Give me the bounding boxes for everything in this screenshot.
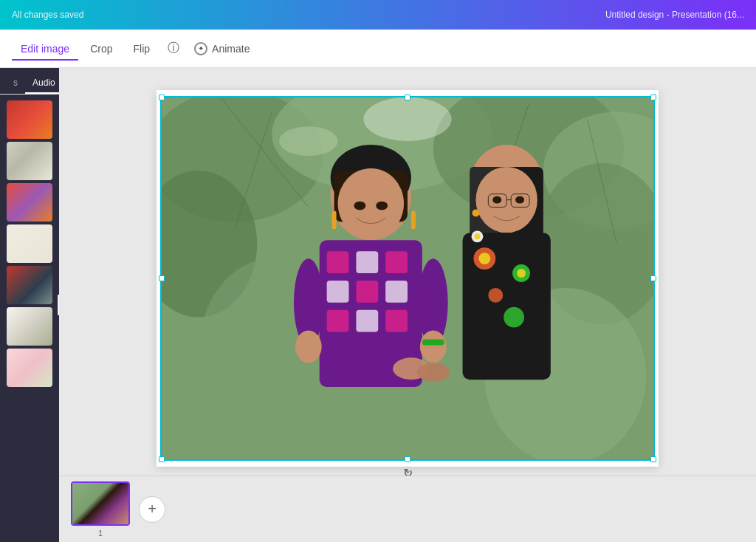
svg-rect-21 — [332, 211, 337, 230]
sidebar-collapse-button[interactable]: ‹ — [58, 295, 59, 315]
info-icon[interactable]: ⓘ — [162, 37, 185, 61]
sidebar-thumb-6[interactable] — [7, 307, 52, 346]
handle-top-right[interactable] — [650, 95, 656, 100]
svg-point-45 — [492, 196, 501, 204]
svg-point-36 — [420, 331, 447, 363]
canvas-area: ↻ ˅ — [59, 68, 756, 476]
svg-point-13 — [363, 97, 451, 141]
image-svg — [162, 97, 653, 459]
animate-icon: ✦ — [194, 42, 207, 55]
tab-animate[interactable]: ✦ Animate — [188, 38, 255, 60]
svg-rect-37 — [422, 340, 444, 346]
sidebar-thumb-3[interactable] — [7, 183, 52, 222]
handle-bottom-right[interactable] — [650, 456, 656, 462]
svg-point-20 — [376, 202, 388, 210]
tab-flip[interactable]: Flip — [125, 38, 159, 61]
add-slide-button[interactable]: + — [139, 496, 165, 523]
image-content — [162, 97, 653, 459]
sidebar-thumb-1[interactable] — [7, 100, 52, 139]
svg-rect-32 — [385, 310, 408, 332]
filmstrip-thumb-inner — [72, 483, 128, 524]
svg-point-47 — [472, 210, 479, 217]
handle-bottom-left[interactable] — [159, 456, 165, 462]
sidebar-tab-audio[interactable]: Audio — [25, 73, 59, 94]
svg-point-50 — [478, 253, 490, 264]
top-bar: All changes saved Untitled design - Pres… — [0, 0, 756, 30]
sidebar-thumb-5[interactable] — [7, 266, 52, 304]
bottom-chevron[interactable]: ˅ — [405, 470, 410, 476]
svg-point-58 — [417, 363, 450, 382]
svg-rect-31 — [356, 310, 378, 332]
selected-image-container[interactable]: ↻ — [160, 96, 655, 461]
filmstrip-slide-1[interactable] — [71, 481, 130, 526]
svg-point-56 — [474, 233, 480, 239]
save-status: All changes saved — [12, 10, 83, 20]
tab-edit-image[interactable]: Edit image — [12, 38, 78, 61]
svg-point-19 — [354, 202, 365, 210]
svg-point-54 — [504, 307, 524, 328]
sidebar-thumb-2[interactable] — [7, 142, 52, 180]
svg-point-35 — [295, 331, 322, 363]
sidebar-thumb-7[interactable] — [7, 349, 52, 387]
handle-left-mid[interactable] — [159, 275, 165, 281]
handle-bottom-mid[interactable] — [405, 456, 410, 462]
sidebar-tabs-row: s Audio — [0, 68, 59, 95]
svg-rect-25 — [356, 251, 378, 273]
svg-rect-22 — [411, 211, 416, 230]
svg-rect-27 — [327, 281, 349, 303]
svg-point-46 — [515, 196, 524, 204]
svg-point-52 — [517, 269, 526, 278]
svg-rect-24 — [327, 251, 349, 273]
filmstrip: 1 + — [59, 476, 756, 542]
toolbar: Edit image Crop Flip ⓘ ✦ Animate — [0, 30, 756, 68]
sidebar-tab-s[interactable]: s — [6, 73, 25, 94]
svg-point-14 — [279, 126, 338, 156]
svg-point-18 — [338, 168, 404, 239]
tab-crop[interactable]: Crop — [81, 38, 121, 61]
slide-canvas[interactable]: ↻ ˅ — [157, 90, 659, 467]
sidebar-thumbnails — [0, 95, 59, 542]
svg-point-53 — [488, 288, 503, 303]
svg-rect-30 — [327, 310, 349, 332]
svg-rect-29 — [385, 281, 408, 303]
sidebar-thumb-4[interactable] — [7, 224, 52, 263]
handle-top-mid[interactable] — [405, 95, 410, 100]
filmstrip-slide-number: 1 — [98, 529, 103, 538]
main-content: s Audio ‹ — [0, 68, 756, 542]
svg-rect-28 — [356, 281, 378, 303]
handle-top-left[interactable] — [159, 95, 165, 100]
design-title: Untitled design - Presentation (16... — [605, 10, 744, 20]
svg-rect-26 — [385, 251, 408, 273]
sidebar: s Audio ‹ — [0, 68, 59, 542]
handle-right-mid[interactable] — [650, 275, 656, 281]
